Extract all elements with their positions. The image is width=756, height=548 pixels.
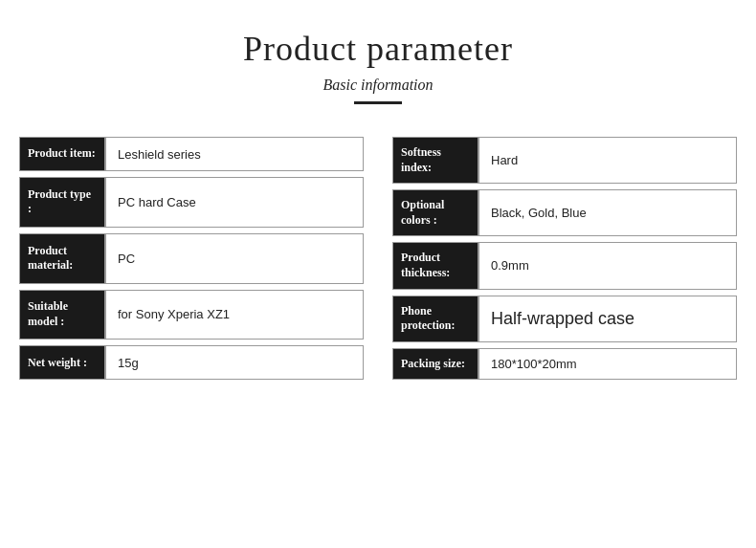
table-row: Phone protection:Half-wrapped case bbox=[392, 296, 737, 342]
param-label: Product thickness: bbox=[392, 242, 478, 289]
param-value: Leshield series bbox=[105, 137, 364, 171]
param-value: 0.9mm bbox=[478, 242, 737, 289]
table-row: Product thickness:0.9mm bbox=[392, 242, 737, 289]
page-title: Product parameter bbox=[243, 29, 513, 69]
table-row: Suitable model :for Sony Xperia XZ1 bbox=[19, 290, 364, 340]
table-row: Softness index:Hard bbox=[392, 137, 737, 184]
param-value: 15g bbox=[105, 345, 364, 380]
left-param-table: Product item:Leshield seriesProduct type… bbox=[19, 131, 364, 385]
param-label: Product item: bbox=[19, 137, 105, 171]
right-param-table: Softness index:HardOptional colors :Blac… bbox=[392, 131, 737, 385]
divider bbox=[354, 101, 402, 104]
param-label: Phone protection: bbox=[392, 296, 478, 342]
param-label: Optional colors : bbox=[392, 189, 478, 236]
subtitle: Basic information bbox=[322, 77, 433, 94]
param-label: Product type : bbox=[19, 177, 105, 228]
table-row: Product item:Leshield series bbox=[19, 137, 364, 171]
param-value: Hard bbox=[478, 137, 737, 184]
param-label: Product material: bbox=[19, 233, 105, 284]
param-value: for Sony Xperia XZ1 bbox=[105, 290, 364, 340]
param-label: Suitable model : bbox=[19, 290, 105, 340]
param-value: PC bbox=[105, 233, 364, 284]
table-row: Product material:PC bbox=[19, 233, 364, 284]
param-label: Net weight : bbox=[19, 345, 105, 380]
table-row: Product type :PC hard Case bbox=[19, 177, 364, 228]
param-value: Black, Gold, Blue bbox=[478, 189, 737, 236]
table-row: Net weight :15g bbox=[19, 345, 364, 380]
tables-container: Product item:Leshield seriesProduct type… bbox=[19, 131, 737, 385]
param-label: Packing size: bbox=[392, 348, 478, 381]
param-value: PC hard Case bbox=[105, 177, 364, 228]
param-value: Half-wrapped case bbox=[478, 296, 737, 342]
table-row: Optional colors :Black, Gold, Blue bbox=[392, 189, 737, 236]
table-row: Packing size:180*100*20mm bbox=[392, 348, 737, 381]
param-value: 180*100*20mm bbox=[478, 348, 737, 381]
param-label: Softness index: bbox=[392, 137, 478, 184]
